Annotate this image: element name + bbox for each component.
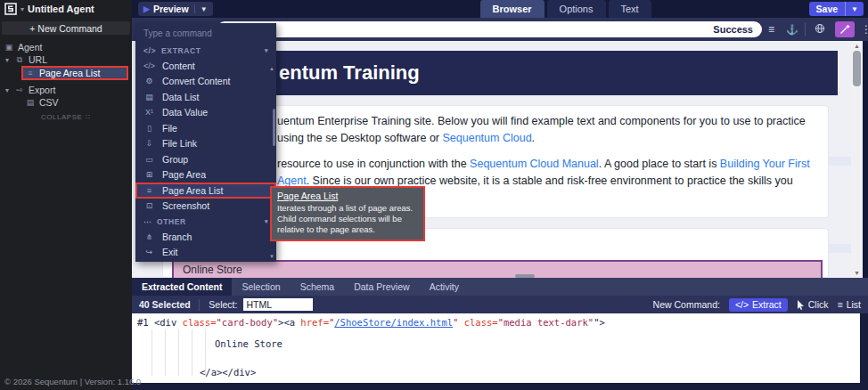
chevron-down-icon[interactable]: ▾ <box>4 56 11 64</box>
code-href-link[interactable]: /ShoeStore/index.html <box>334 317 453 328</box>
toolbar-divider: │ <box>802 22 809 37</box>
preview-label: Preview <box>153 4 194 14</box>
menu-item-content[interactable]: </>Content <box>135 58 276 74</box>
tree-item-page-area-list[interactable]: ≡ Page Area List <box>21 66 128 80</box>
command-tree: ▣ Agent ▾ ⧉ URL ≡ Page Area List ▾ ⇨ Exp… <box>0 41 132 121</box>
status-badge: Success <box>713 24 753 35</box>
tooltip-title: Page Area List <box>277 191 418 201</box>
csv-file-icon: ▤ <box>25 98 36 107</box>
kebab-menu-icon[interactable]: ⋮ <box>861 22 868 37</box>
address-bar[interactable]: Success <box>217 21 762 37</box>
link-cloud-manual[interactable]: Sequentum Cloud Manual <box>470 158 599 170</box>
code-icon: </> <box>143 61 155 70</box>
sequentum-logo-icon <box>4 3 17 15</box>
menu-item-exit[interactable]: ↪Exit <box>135 245 276 261</box>
chevron-down-icon[interactable]: ▾ <box>4 86 11 94</box>
tab-data-preview[interactable]: Data Preview <box>344 278 419 296</box>
data-value-icon: X¹ <box>143 108 155 117</box>
anchor-icon[interactable]: ⚓ <box>786 22 798 37</box>
agent-header[interactable]: ▾ Untitled Agent <box>0 0 132 18</box>
tab-selection[interactable]: Selection <box>232 278 290 296</box>
version-footer: © 2026 Sequentum | Version: 1.16.0 <box>4 377 141 386</box>
menu-item-file[interactable]: ▯File <box>135 120 276 136</box>
tree-item-agent[interactable]: ▣ Agent <box>0 41 132 53</box>
list-icon: ≡ <box>838 299 843 310</box>
list-icon: ≡ <box>25 69 36 77</box>
selected-page-area[interactable]: Online Store <box>172 260 823 278</box>
select-label: Select: <box>209 299 237 310</box>
tab-text[interactable]: Text <box>609 0 651 18</box>
scroll-up-icon[interactable]: ▲ <box>851 43 863 49</box>
selection-controls: 40 Selected │ Select: New Command: </>Ex… <box>132 296 868 313</box>
menu-item-group[interactable]: ▭Group <box>135 151 276 167</box>
menu-item-file-link[interactable]: ⇩File Link <box>135 136 276 152</box>
tree-item-export[interactable]: ▾ ⇨ Export <box>0 84 132 96</box>
list-view-icon[interactable]: ≡ <box>768 22 774 37</box>
download-icon: ⇩ <box>143 139 155 148</box>
save-split-button: Save ▼ <box>809 2 864 16</box>
tab-schema[interactable]: Schema <box>291 278 345 296</box>
command-search-input[interactable] <box>135 23 276 43</box>
extract-button[interactable]: </>Extract <box>729 298 788 312</box>
indent-guide <box>178 329 179 376</box>
menu-item-screenshot[interactable]: ⊡Screenshot <box>135 199 276 215</box>
exit-icon: ↪ <box>143 248 155 256</box>
menu-item-branch[interactable]: ⋔Branch <box>135 229 276 245</box>
code-icon: </> <box>143 46 156 55</box>
collapse-icon: ∷ <box>86 113 91 121</box>
bottom-tabs: Extracted Content Selection Schema Data … <box>132 278 868 296</box>
paragraph-3: r Cloud Training page. <box>429 214 814 218</box>
magic-wand-button[interactable] <box>835 21 855 37</box>
scrollbar-thumb[interactable] <box>853 51 861 86</box>
menu-section-other[interactable]: ⋯ OTHER ▾ <box>135 214 276 229</box>
menu-section-extract[interactable]: </> EXTRACT ▾ <box>135 43 276 58</box>
tab-activity[interactable]: Activity <box>420 278 469 296</box>
click-button[interactable]: Click <box>797 299 829 310</box>
list-button[interactable]: ≡List <box>838 299 861 310</box>
menu-item-data-list[interactable]: ▤Data List <box>135 89 276 105</box>
menu-item-convert-content[interactable]: ⚙Convert Content <box>135 74 276 90</box>
new-command-button[interactable]: + New Command <box>2 21 130 35</box>
link-sequentum-cloud[interactable]: Sequentum Cloud <box>443 132 532 144</box>
tree-item-url[interactable]: ▾ ⧉ URL <box>0 53 132 66</box>
collapse-button[interactable]: COLLAPSE ∷ <box>0 113 132 121</box>
tooltip-body: Iterates through a list of page areas. C… <box>277 203 418 235</box>
command-menu: </> EXTRACT ▾ </>Content ⚙Convert Conten… <box>135 23 276 262</box>
tab-options[interactable]: Options <box>547 0 606 18</box>
menu-scrollbar-thumb[interactable] <box>273 109 275 146</box>
online-store-link[interactable]: Online Store <box>183 264 242 276</box>
chevron-down-icon: ▾ <box>265 218 268 225</box>
tab-browser[interactable]: Browser <box>480 0 545 18</box>
tab-extracted-content[interactable]: Extracted Content <box>132 278 232 296</box>
command-tooltip: Page Area List Iterates through a list o… <box>270 186 425 241</box>
extracted-html-view[interactable]: #1 <div class="card-body"><a href="/Shoe… <box>132 313 860 383</box>
cursor-icon <box>797 300 805 310</box>
preview-button[interactable]: ▶ Preview ▼ <box>138 2 213 16</box>
scroll-down-icon[interactable]: ▼ <box>851 270 863 276</box>
camera-icon: ⊡ <box>143 201 155 210</box>
menu-item-page-area-list[interactable]: ≡Page Area List <box>135 183 276 199</box>
globe-icon[interactable] <box>815 22 825 37</box>
folder-icon: ▭ <box>143 155 155 164</box>
indent-guide <box>192 329 192 376</box>
export-icon: ⇨ <box>14 85 25 94</box>
chevron-down-icon[interactable]: ▾ <box>20 5 24 13</box>
vertical-scrollbar[interactable]: ▲ ▼ <box>851 41 863 278</box>
gears-icon: ⚙ <box>143 77 155 85</box>
menu-scroll-down-icon[interactable]: ▼ <box>269 254 274 259</box>
select-input[interactable] <box>243 298 313 311</box>
menu-item-data-value[interactable]: X¹Data Value <box>135 105 276 121</box>
agent-title: Untitled Agent <box>28 4 94 14</box>
preview-caret-icon[interactable]: ▼ <box>195 5 213 13</box>
menu-item-page-area[interactable]: ⊞Page Area <box>135 167 276 183</box>
wand-icon <box>839 24 850 35</box>
tree-item-csv[interactable]: ▤ CSV <box>0 96 132 109</box>
indent-guide <box>151 329 152 376</box>
app-window: Success ≡ ⚓ │ ⋮ ▶ Preview ▼ Browser Opti… <box>0 0 868 390</box>
indent-guide <box>165 329 166 376</box>
save-button[interactable]: Save <box>809 2 846 16</box>
save-caret-icon[interactable]: ▼ <box>845 2 864 16</box>
paragraph-1: uentum Enterprise Training site. Below y… <box>277 113 814 147</box>
menu-scroll-up-icon[interactable]: ▲ <box>269 66 274 71</box>
link-cloud-training[interactable]: Cloud Training <box>436 215 508 218</box>
